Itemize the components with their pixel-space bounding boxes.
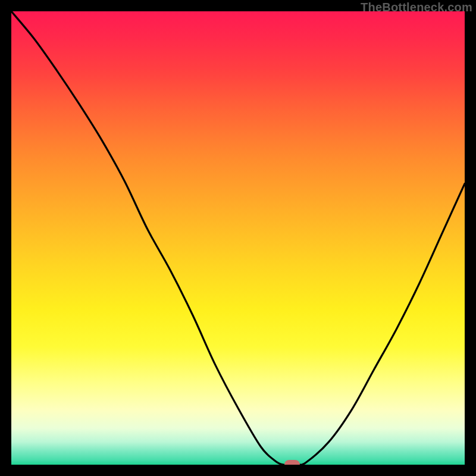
optimum-marker [284,460,300,465]
bottleneck-curve [11,11,465,465]
plot-area [11,11,465,465]
chart-frame: TheBottleneck.com [0,0,476,476]
watermark-text: TheBottleneck.com [361,1,472,14]
